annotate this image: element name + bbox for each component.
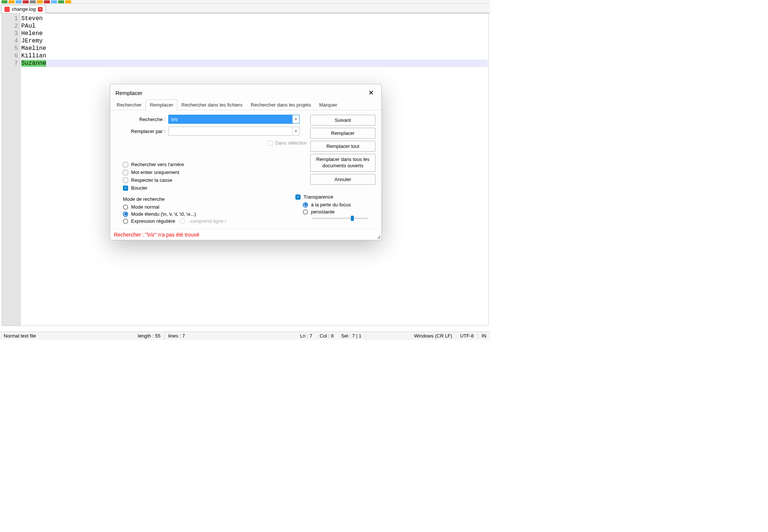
status-ln: Ln : 7 — [296, 332, 316, 340]
search-mode-title: Mode de recherche — [123, 196, 235, 202]
transparency-on-blur[interactable]: à la perte du focus — [303, 202, 375, 208]
tab-find-in-files[interactable]: Rechercher dans les fichiers — [177, 99, 247, 110]
editor-line: JEremy — [21, 37, 488, 45]
dialog-status: Rechercher : "\n\r" n'a pas été trouvé — [110, 229, 381, 240]
status-bar: Normal text file length : 55 lines : 7 L… — [0, 332, 490, 340]
dot-matches-newline-checkbox — [180, 219, 185, 224]
tab-replace[interactable]: Remplacer — [146, 99, 177, 110]
editor-line: Steven — [21, 15, 488, 22]
replace-dialog: Remplacer ✕ Rechercher Remplacer Recherc… — [110, 84, 382, 240]
editor-line: Helene — [21, 30, 488, 37]
mode-extended[interactable]: Mode étendu (\n, \r, \t, \0, \x...) — [123, 211, 235, 217]
tab-mark[interactable]: Marquer — [315, 99, 341, 110]
replace-label: Remplacer par : — [116, 129, 168, 134]
search-input[interactable] — [169, 115, 292, 123]
editor-line: PAul — [21, 22, 488, 30]
status-insert-mode[interactable]: IN — [478, 332, 490, 340]
document-tab[interactable]: change.log ✕ — [1, 5, 46, 13]
replace-input[interactable] — [169, 127, 292, 135]
option-wrap[interactable]: Boucler — [123, 185, 375, 191]
editor-line: Maeline — [21, 45, 488, 52]
document-tab-bar: change.log ✕ — [0, 4, 490, 13]
replace-all-docs-button[interactable]: Remplacer dans tous les documents ouvert… — [310, 154, 375, 172]
chevron-down-icon[interactable]: ▾ — [292, 115, 299, 123]
status-encoding[interactable]: UTF-8 — [456, 332, 478, 340]
editor-line-current: Suzanne — [21, 60, 488, 67]
transparency-toggle[interactable]: Transparence — [295, 194, 375, 200]
mode-normal[interactable]: Mode normal — [123, 204, 235, 210]
cancel-button[interactable]: Annuler — [310, 174, 375, 185]
line-number-gutter: 1 2 3 4 5 6 7 — [2, 13, 20, 326]
toolbar — [0, 0, 490, 4]
replace-button[interactable]: Remplacer — [310, 128, 375, 139]
status-lines: lines : 7 — [165, 332, 189, 340]
status-length: length : 55 — [134, 332, 165, 340]
in-selection-option: Dans sélection — [268, 140, 307, 146]
close-icon[interactable]: ✕ — [366, 88, 376, 98]
tab-filename: change.log — [12, 6, 36, 12]
close-tab-icon[interactable]: ✕ — [38, 7, 42, 12]
status-eol[interactable]: Windows (CR LF) — [410, 332, 457, 340]
transparency-persistent[interactable]: persistante — [303, 209, 375, 215]
search-label: Recherche : — [116, 117, 168, 122]
editor-line: Killian — [21, 52, 488, 60]
tab-search[interactable]: Rechercher — [112, 99, 146, 110]
tab-find-in-projects[interactable]: Rechercher dans les projets — [247, 99, 315, 110]
replace-combobox[interactable]: ▾ — [168, 127, 299, 136]
resize-grip-icon[interactable] — [377, 235, 380, 239]
search-combobox[interactable]: ▾ — [168, 115, 299, 124]
status-col: Col : 8 — [316, 332, 337, 340]
chevron-down-icon[interactable]: ▾ — [292, 127, 299, 135]
mode-regex[interactable]: Expression régulière. comprend ligne r — [123, 218, 235, 224]
find-next-button[interactable]: Suivant — [310, 115, 375, 126]
transparency-slider[interactable] — [312, 218, 368, 219]
dialog-tabs: Rechercher Remplacer Rechercher dans les… — [110, 99, 381, 110]
in-selection-checkbox — [268, 140, 273, 146]
replace-all-button[interactable]: Remplacer tout — [310, 141, 375, 152]
status-filetype: Normal text file — [0, 332, 134, 340]
file-icon — [4, 7, 10, 12]
status-sel: Sel : 7 | 1 — [337, 332, 366, 340]
dialog-title: Remplacer — [115, 90, 143, 96]
